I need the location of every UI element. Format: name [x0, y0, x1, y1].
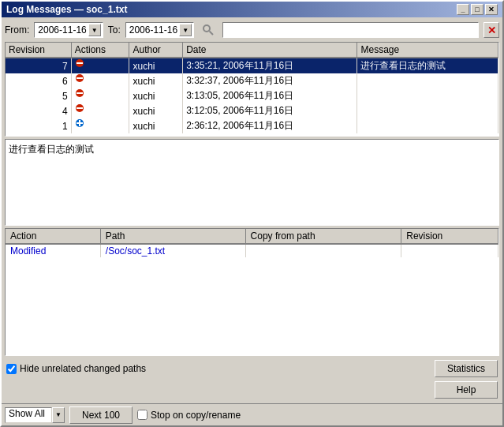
to-label: To:: [108, 24, 121, 36]
show-all-combo[interactable]: Show All ▼: [5, 407, 65, 423]
table-row[interactable]: 1 xuchi2:36:12, 2006年11月16日: [6, 118, 498, 133]
minimize-button[interactable]: _: [457, 4, 469, 15]
path-cell-path[interactable]: /Soc/soc_1.txt: [100, 244, 245, 257]
to-date-dropdown[interactable]: ▼: [179, 24, 192, 36]
table-row[interactable]: 4 xuchi3:12:05, 2006年11月16日: [6, 103, 498, 118]
cell-message: [357, 103, 498, 118]
modify-icon: [75, 89, 88, 100]
table-row[interactable]: 7 xuchi3:35:21, 2006年11月16日进行查看日志的测试: [6, 58, 498, 73]
cell-message: 进行查看日志的测试: [357, 58, 498, 73]
add-icon: [75, 119, 88, 130]
title-bar: Log Messages — soc_1.txt _ □ ✕: [2, 2, 502, 17]
col-date: Date: [183, 43, 357, 58]
cell-date: 3:32:37, 2006年11月16日: [183, 73, 357, 88]
footer-row: Show All ▼ Next 100 Stop on copy/rename: [2, 403, 502, 425]
cell-revision: 6: [6, 73, 71, 88]
path-cell-copyfrom: [245, 244, 401, 257]
cell-author: xuchi: [129, 73, 183, 88]
cell-action-icon: [71, 88, 129, 103]
cell-author: xuchi: [129, 118, 183, 133]
cell-action-icon: [71, 58, 129, 73]
show-all-value: Show All: [5, 407, 52, 423]
cell-action-icon: [71, 103, 129, 118]
message-text: 进行查看日志的测试: [9, 144, 94, 155]
window-content: From: 2006-11-16 ▼ To: 2006-11-16 ▼ ✕: [2, 17, 502, 403]
from-date-input[interactable]: 2006-11-16 ▼: [34, 22, 103, 38]
bottom-bar: Hide unrelated changed paths Statistics: [5, 358, 499, 379]
cell-revision: 4: [6, 103, 71, 118]
stop-checkbox[interactable]: [137, 410, 147, 420]
cell-revision: 7: [6, 58, 71, 73]
cell-author: xuchi: [129, 58, 183, 73]
close-button[interactable]: ✕: [485, 4, 498, 15]
search-input[interactable]: [222, 22, 479, 38]
from-date-value: 2006-11-16: [36, 24, 88, 36]
svg-line-1: [210, 32, 214, 36]
paths-col-action: Action: [6, 229, 100, 244]
table-row[interactable]: 6 xuchi3:32:37, 2006年11月16日: [6, 73, 498, 88]
cell-revision: 5: [6, 88, 71, 103]
cell-action-icon: [71, 73, 129, 88]
to-date-input[interactable]: 2006-11-16 ▼: [125, 22, 194, 38]
clear-search-button[interactable]: ✕: [483, 22, 499, 38]
from-date-dropdown[interactable]: ▼: [88, 24, 101, 36]
modify-icon: [75, 104, 88, 115]
cell-message: [357, 118, 498, 133]
cell-message: [357, 73, 498, 88]
cell-revision: 1: [6, 118, 71, 133]
path-cell-revision: [401, 244, 498, 257]
paths-table: Action Path Copy from path Revision Modi…: [6, 229, 498, 257]
cell-author: xuchi: [129, 103, 183, 118]
table-row[interactable]: 5 xuchi3:13:05, 2006年11月16日: [6, 88, 498, 103]
modify-icon: [75, 74, 88, 85]
paths-table-container: Action Path Copy from path Revision Modi…: [5, 228, 499, 356]
search-icon: [202, 24, 215, 36]
main-window: Log Messages — soc_1.txt _ □ ✕ From: 200…: [0, 0, 504, 427]
cell-date: 3:12:05, 2006年11月16日: [183, 103, 357, 118]
paths-col-copyfrom: Copy from path: [245, 229, 401, 244]
title-bar-buttons: _ □ ✕: [457, 4, 498, 15]
col-actions: Actions: [71, 43, 129, 58]
hide-checkbox[interactable]: [6, 364, 17, 374]
path-cell-action: Modified: [6, 244, 100, 257]
paths-col-path: Path: [100, 229, 245, 244]
next100-button[interactable]: Next 100: [69, 406, 133, 424]
show-all-dropdown[interactable]: ▼: [52, 407, 65, 423]
cell-author: xuchi: [129, 88, 183, 103]
stop-checkbox-label[interactable]: Stop on copy/rename: [137, 410, 241, 421]
paths-table-row[interactable]: Modified/Soc/soc_1.txt: [6, 244, 498, 257]
paths-col-revision: Revision: [401, 229, 498, 244]
modify-icon: [75, 59, 88, 70]
help-row: Help: [5, 381, 499, 400]
cell-action-icon: [71, 118, 129, 133]
statistics-button[interactable]: Statistics: [435, 360, 498, 377]
toolbar: From: 2006-11-16 ▼ To: 2006-11-16 ▼ ✕: [5, 21, 499, 39]
search-icon-button[interactable]: [199, 22, 218, 38]
stop-label-text: Stop on copy/rename: [151, 410, 241, 421]
maximize-button[interactable]: □: [471, 4, 483, 15]
hide-label-text: Hide unrelated changed paths: [20, 363, 146, 374]
help-button[interactable]: Help: [435, 381, 498, 399]
hide-checkbox-label[interactable]: Hide unrelated changed paths: [6, 363, 146, 374]
col-author: Author: [129, 43, 183, 58]
from-label: From:: [5, 24, 29, 36]
svg-point-0: [203, 25, 210, 32]
col-revision: Revision: [6, 43, 71, 58]
cell-date: 3:35:21, 2006年11月16日: [183, 58, 357, 73]
window-title: Log Messages — soc_1.txt: [6, 4, 127, 15]
message-area: 进行查看日志的测试: [5, 139, 499, 226]
log-table: Revision Actions Author Date Message 7 x…: [6, 43, 498, 133]
to-date-value: 2006-11-16: [128, 24, 179, 36]
cell-date: 3:13:05, 2006年11月16日: [183, 88, 357, 103]
log-table-container: Revision Actions Author Date Message 7 x…: [5, 42, 499, 137]
path-link[interactable]: /Soc/soc_1.txt: [106, 245, 165, 257]
cell-message: [357, 88, 498, 103]
col-message: Message: [357, 43, 498, 58]
cell-date: 2:36:12, 2006年11月16日: [183, 118, 357, 133]
